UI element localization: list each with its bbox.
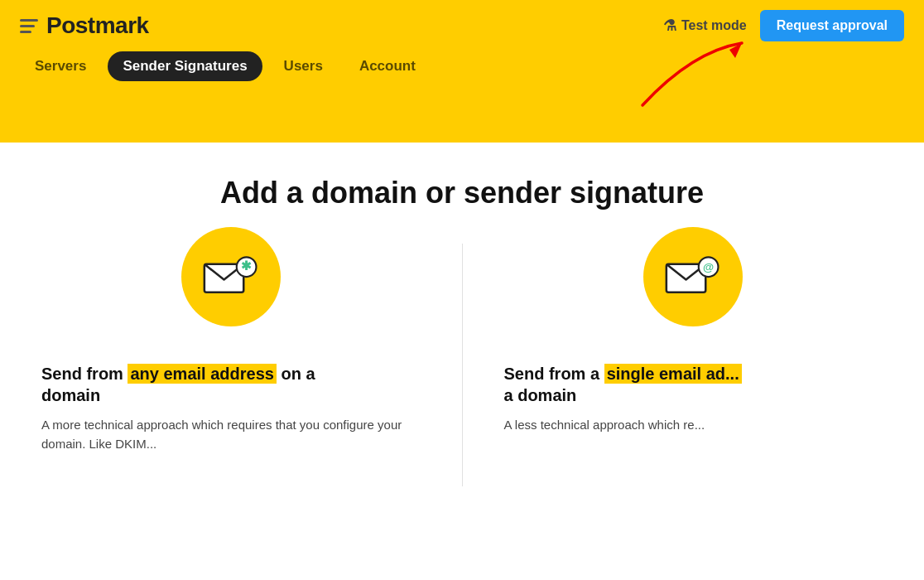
- flask-icon: ⚗: [663, 17, 676, 35]
- card-domain-title-highlight: any email address: [128, 364, 276, 384]
- yellow-bar: [0, 93, 924, 143]
- card-sender-signature-icon: @: [643, 227, 743, 326]
- nav-item-sender-signatures[interactable]: Sender Signatures: [108, 51, 262, 81]
- logo-line-3: [20, 31, 31, 33]
- cards-row: ✱ Send from any email address on adomain…: [0, 244, 924, 486]
- logo-line-2: [20, 25, 35, 27]
- nav-item-users[interactable]: Users: [269, 51, 338, 81]
- test-mode-label: Test mode: [681, 18, 747, 33]
- card-sender-sig-title-highlight: single email ad...: [604, 364, 742, 384]
- nav: Servers Sender Signatures Users Account: [0, 51, 924, 93]
- logo-line-1: [20, 19, 38, 22]
- card-domain-desc: A more technical approach which requires…: [41, 416, 421, 453]
- card-sender-sig-title-after: a domain: [504, 386, 577, 404]
- page-title: Add a domain or sender signature: [0, 176, 924, 210]
- logo: Postmark: [20, 12, 149, 39]
- svg-text:✱: ✱: [241, 259, 252, 273]
- card-domain-icon: ✱: [181, 227, 281, 326]
- logo-text: Postmark: [46, 12, 149, 39]
- envelope-at-icon: @: [664, 254, 722, 300]
- card-sender-sig-desc: A less technical approach which re...: [504, 416, 883, 435]
- header-right: ⚗ Test mode Request approval: [663, 10, 904, 41]
- card-sender-signature: @ Send from a single email ad...a domain…: [463, 244, 925, 486]
- card-domain: ✱ Send from any email address on adomain…: [0, 244, 463, 486]
- nav-item-servers[interactable]: Servers: [20, 51, 101, 81]
- nav-item-account[interactable]: Account: [344, 51, 431, 81]
- card-domain-title: Send from any email address on adomain: [41, 363, 421, 406]
- test-mode-indicator: ⚗ Test mode: [663, 17, 747, 35]
- card-domain-title-before: Send from: [41, 365, 128, 383]
- request-approval-button[interactable]: Request approval: [760, 10, 904, 41]
- envelope-asterisk-icon: ✱: [202, 254, 260, 300]
- card-sender-sig-title: Send from a single email ad...a domain: [504, 363, 883, 406]
- svg-text:@: @: [703, 261, 714, 273]
- card-sender-sig-title-before: Send from a: [504, 365, 604, 383]
- content-area: Add a domain or sender signature ✱ Send …: [0, 143, 924, 520]
- header: Postmark ⚗ Test mode Request approval: [0, 0, 924, 51]
- logo-lines-icon: [20, 19, 38, 33]
